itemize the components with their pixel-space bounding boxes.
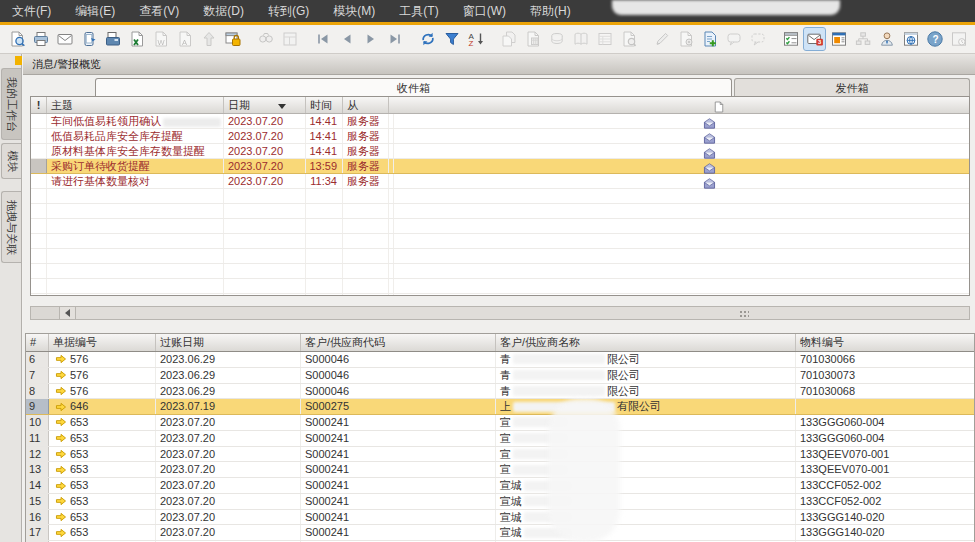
row-number-cell[interactable]: 7 xyxy=(26,368,49,383)
next-record-icon[interactable] xyxy=(360,28,381,50)
alert-settings-icon[interactable] xyxy=(780,28,801,50)
dock-tab-3[interactable]: 拖拽与关联 xyxy=(1,191,21,263)
column-header-subject[interactable]: 主题 xyxy=(47,97,224,113)
column-header-time[interactable]: 时间 xyxy=(306,97,343,113)
document-row[interactable]: 126532023.07.20S000241宣133QEEV070-001 xyxy=(26,447,974,463)
menu-item[interactable]: 编辑(E) xyxy=(75,3,115,20)
inbox-row[interactable]: 车间低值易耗领用确认2023.07.2014:41服务器 xyxy=(31,114,969,129)
link-arrow-icon[interactable] xyxy=(55,496,67,506)
column-header[interactable]: # xyxy=(26,334,49,351)
bp-code-cell: S000046 xyxy=(301,368,496,383)
last-record-icon[interactable] xyxy=(384,28,405,50)
menu-item[interactable]: 模块(M) xyxy=(333,3,375,20)
link-arrow-icon[interactable] xyxy=(55,417,67,427)
first-record-icon[interactable] xyxy=(312,28,333,50)
column-header[interactable]: 过账日期 xyxy=(156,334,301,351)
scroll-left-button[interactable] xyxy=(60,307,76,319)
row-number-cell[interactable]: 15 xyxy=(26,494,49,509)
priority-cell xyxy=(31,174,47,188)
row-number-cell[interactable]: 10 xyxy=(26,415,49,430)
help-icon[interactable]: ? xyxy=(924,28,945,50)
inbox-empty-row xyxy=(31,294,969,296)
bp-code-cell: S000241 xyxy=(301,478,496,493)
menu-item[interactable]: 数据(D) xyxy=(203,3,244,20)
print-preview-icon[interactable] xyxy=(6,28,27,50)
document-row[interactable]: 146532023.07.20S000241宣城133CCF052-002 xyxy=(26,478,974,494)
row-number-cell[interactable]: 14 xyxy=(26,478,49,493)
row-number-cell[interactable]: 9 xyxy=(26,399,49,414)
column-header-priority[interactable]: ! xyxy=(31,97,47,113)
link-arrow-icon[interactable] xyxy=(55,465,67,475)
column-header[interactable]: 客户/供应商名称 xyxy=(496,334,796,351)
column-header[interactable]: 客户/供应商代码 xyxy=(301,334,496,351)
menu-item[interactable]: 查看(V) xyxy=(139,3,179,20)
inbox-row[interactable]: 请进行基体数量核对2023.07.2011:34服务器 xyxy=(31,174,969,189)
link-arrow-icon[interactable] xyxy=(55,528,67,538)
document-row[interactable]: 156532023.07.20S000241宣城133CCF052-002 xyxy=(26,494,974,510)
email-icon[interactable] xyxy=(54,28,75,50)
column-header[interactable]: 单据编号 xyxy=(49,334,156,351)
sort-icon[interactable]: AZ xyxy=(465,28,486,50)
employee-lookup-icon[interactable] xyxy=(876,28,897,50)
row-number-cell[interactable]: 11 xyxy=(26,431,49,446)
inbox-row[interactable]: 低值易耗品库安全库存提醒2023.07.2014:41服务器 xyxy=(31,129,969,144)
column-header-date[interactable]: 日期 xyxy=(224,97,306,113)
tab-outbox[interactable]: 发件箱 xyxy=(734,78,970,96)
web-browser-icon[interactable] xyxy=(900,28,921,50)
document-row[interactable]: 176532023.07.20S000241宣城133GGG140-020 xyxy=(26,525,974,541)
link-arrow-icon[interactable] xyxy=(55,449,67,459)
document-row[interactable]: 136532023.07.20S000241宣133QEEV070-001 xyxy=(26,462,974,478)
link-arrow-icon[interactable] xyxy=(55,481,67,491)
refresh-icon[interactable] xyxy=(417,28,438,50)
fax-icon[interactable] xyxy=(102,28,123,50)
export-excel-icon[interactable] xyxy=(126,28,147,50)
row-number-cell[interactable]: 8 xyxy=(26,384,49,399)
filter-icon[interactable] xyxy=(441,28,462,50)
horizontal-scrollbar[interactable] xyxy=(30,306,970,320)
link-arrow-icon[interactable] xyxy=(55,402,67,412)
from-cell: 服务器 xyxy=(343,159,389,173)
form-settings-icon[interactable] xyxy=(699,28,720,50)
link-arrow-icon[interactable] xyxy=(55,386,67,396)
link-arrow-icon[interactable] xyxy=(55,433,67,443)
menu-item[interactable]: 转到(G) xyxy=(268,3,309,20)
column-header-from[interactable]: 从 xyxy=(343,97,389,113)
dock-tab-1[interactable]: 我的工作台 xyxy=(1,68,21,140)
messages-alert-overview-icon[interactable]: 3 xyxy=(804,28,825,50)
inbox-row[interactable]: 采购订单待收货提醒2023.07.2013:59服务器 xyxy=(31,159,969,174)
send-sms-icon[interactable] xyxy=(78,28,99,50)
column-header[interactable]: 物料编号 xyxy=(796,334,975,351)
menu-item[interactable]: 帮助(H) xyxy=(530,3,571,20)
document-row[interactable]: 65762023.06.29S000046青限公司701030066 xyxy=(26,352,974,368)
row-number-cell[interactable]: 16 xyxy=(26,510,49,525)
lock-screen-icon[interactable] xyxy=(222,28,243,50)
redaction-blur-titlebar xyxy=(612,0,840,15)
cockpit-icon[interactable] xyxy=(828,28,849,50)
row-number-cell[interactable]: 12 xyxy=(26,447,49,462)
document-row[interactable]: 106532023.07.20S000241宣133GGG060-004 xyxy=(26,415,974,431)
menu-item[interactable]: 工具(T) xyxy=(399,3,438,20)
bp-code-cell: S000275 xyxy=(301,399,496,414)
link-arrow-icon[interactable] xyxy=(55,354,67,364)
dock-tab-2[interactable]: 模块 xyxy=(1,143,21,179)
document-row[interactable]: 116532023.07.20S000241宣133GGG060-004 xyxy=(26,431,974,447)
scrollbar-grip-icon[interactable] xyxy=(739,310,749,317)
from-cell: 服务器 xyxy=(343,144,389,158)
document-row[interactable]: 96462023.07.19S000275上有限公司 xyxy=(26,399,974,415)
link-arrow-icon[interactable] xyxy=(55,370,67,380)
posting-date-cell: 2023.07.20 xyxy=(156,447,301,462)
tab-inbox[interactable]: 收件箱 xyxy=(95,78,732,96)
document-row[interactable]: 75762023.06.29S000046青限公司701030073 xyxy=(26,368,974,384)
link-arrow-icon[interactable] xyxy=(55,512,67,522)
scrollbar-track[interactable] xyxy=(76,307,969,319)
previous-record-icon[interactable] xyxy=(336,28,357,50)
row-number-cell[interactable]: 13 xyxy=(26,462,49,477)
document-row[interactable]: 85762023.06.29S000046青限公司701030068 xyxy=(26,384,974,400)
document-row[interactable]: 166532023.07.20S000241宣城133GGG140-020 xyxy=(26,510,974,526)
menu-item[interactable]: 文件(F) xyxy=(12,3,51,20)
row-number-cell[interactable]: 17 xyxy=(26,525,49,540)
row-number-cell[interactable]: 6 xyxy=(26,352,49,367)
print-icon[interactable] xyxy=(30,28,51,50)
menu-item[interactable]: 窗口(W) xyxy=(463,3,506,20)
inbox-row[interactable]: 原材料基体库安全库存数量提醒2023.07.2014:41服务器 xyxy=(31,144,969,159)
